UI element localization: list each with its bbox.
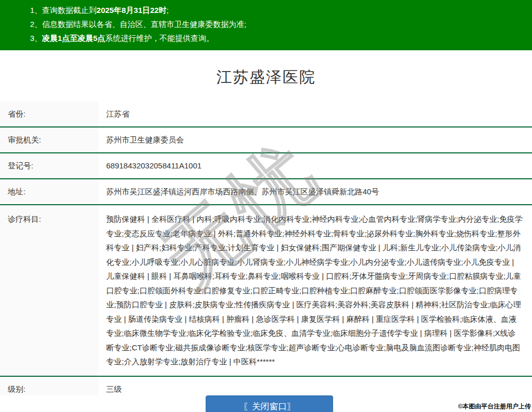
notice-1-bold: 2025年8月31日22时 xyxy=(96,6,166,15)
notice-3-text: 3、 xyxy=(30,34,42,42)
info-row-approval-authority: 审批机关: 苏州市卫生健康委员会 xyxy=(0,127,532,153)
registration-number-label: 登记号: xyxy=(0,153,98,178)
hospital-info-table: 省份: 江苏省 审批机关: 苏州市卫生健康委员会 登记号: 6891843203… xyxy=(0,102,532,395)
notice-3-bold: 凌晨1点至凌晨5点 xyxy=(42,34,105,42)
address-value: 苏州市吴江区盛泽镇运河西岸市场西路南侧、苏州市吴江区盛泽镇舜新北路40号 xyxy=(98,179,532,204)
info-row-registration-number: 登记号: 68918432032058411A1001 xyxy=(0,153,532,179)
notice-banner: 1、查询数据截止到2025年8月31日22时; 2、信息数据结果以各省、自治区、… xyxy=(0,0,532,50)
level-label: 级别: xyxy=(0,377,98,396)
province-label: 省份: xyxy=(0,102,98,126)
notice-line-3: 3、凌晨1点至凌晨5点系统进行维护，不能提供查询。 xyxy=(30,31,527,45)
departments-label: 诊疗科目: xyxy=(0,205,98,376)
departments-value: 预防保健科 | 全科医疗科 | 内科;呼吸内科专业;消化内科专业;神经内科专业;… xyxy=(98,205,532,376)
address-label: 地址: xyxy=(0,179,98,204)
approval-authority-label: 审批机关: xyxy=(0,127,98,152)
province-value: 江苏省 xyxy=(98,102,532,126)
registration-number-value: 68918432032058411A1001 xyxy=(98,153,532,178)
hospital-query-result-page: 1、查询数据截止到2025年8月31日22时; 2、信息数据结果以各省、自治区、… xyxy=(0,0,532,412)
notice-2-text: 2、信息数据结果以各省、自治区、直辖市卫生健康委数据为准; xyxy=(30,20,247,29)
info-row-province: 省份: 江苏省 xyxy=(0,102,532,127)
close-window-button[interactable]: 〖关闭窗口〗 xyxy=(206,395,333,412)
notice-1-suffix: ; xyxy=(166,6,168,15)
notice-1-text: 1、查询数据截止到 xyxy=(30,6,96,15)
info-row-address: 地址: 苏州市吴江区盛泽镇运河西岸市场西路南侧、苏州市吴江区盛泽镇舜新北路40号 xyxy=(0,179,532,205)
info-row-departments: 诊疗科目: 预防保健科 | 全科医疗科 | 内科;呼吸内科专业;消化内科专业;神… xyxy=(0,205,532,377)
notice-3-suffix: 系统进行维护，不能提供查询。 xyxy=(105,34,214,42)
attribution-text: ©本图由平台注册用户上传 xyxy=(458,402,531,411)
level-value: 三级 xyxy=(98,377,532,396)
notice-line-1: 1、查询数据截止到2025年8月31日22时; xyxy=(30,3,527,17)
notice-line-2: 2、信息数据结果以各省、自治区、直辖市卫生健康委数据为准; xyxy=(30,17,527,31)
info-row-level: 级别: 三级 xyxy=(0,377,532,396)
hospital-name-title: 江苏盛泽医院 xyxy=(0,50,532,102)
approval-authority-value: 苏州市卫生健康委员会 xyxy=(98,127,532,152)
